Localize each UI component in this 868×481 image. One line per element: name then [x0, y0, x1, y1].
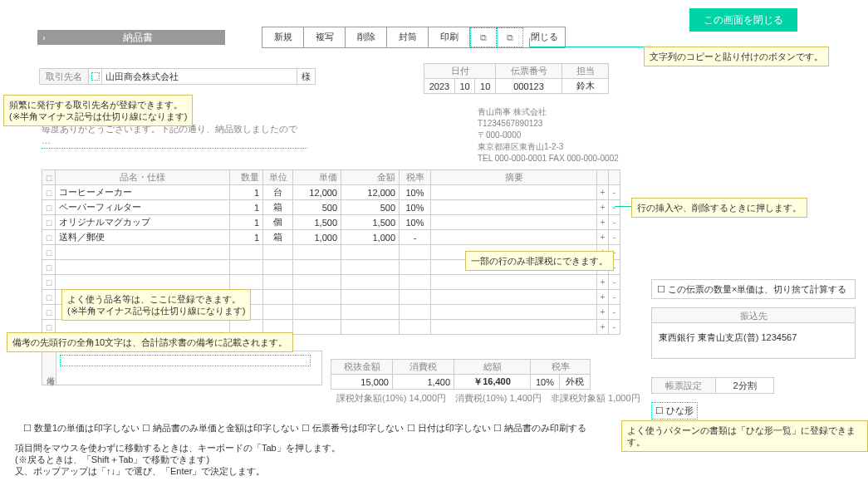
cell-amount[interactable]: [341, 245, 400, 260]
cell-summary[interactable]: [431, 290, 597, 305]
cell-qty[interactable]: 1: [230, 215, 263, 230]
row-insert-button[interactable]: +: [597, 320, 609, 335]
date-month[interactable]: 10: [454, 79, 475, 94]
cell-name[interactable]: [56, 260, 230, 275]
row-checkbox[interactable]: [42, 245, 56, 260]
cell-qty[interactable]: 1: [230, 185, 263, 200]
cell-summary[interactable]: [431, 320, 597, 335]
row-checkbox[interactable]: [42, 200, 56, 215]
transfer-value[interactable]: 東西銀行 東青山支店(普) 1234567: [652, 323, 855, 358]
row-checkbox[interactable]: [42, 185, 56, 200]
rounding-option[interactable]: ☐ この伝票の数量×単価は、切り捨て計算する: [651, 279, 856, 299]
cell-price[interactable]: 1,500: [293, 215, 341, 230]
row-delete-button[interactable]: -: [609, 230, 620, 245]
cell-unit[interactable]: 台: [263, 185, 293, 200]
cell-name[interactable]: ペーパーフィルター: [56, 200, 230, 215]
envelope-button[interactable]: 封筒: [387, 27, 429, 47]
template-checkbox[interactable]: ☐ ひな形: [651, 402, 698, 420]
remarks-input[interactable]: [56, 351, 322, 385]
close-screen-button[interactable]: この画面を閉じる: [689, 8, 797, 32]
opt-delivery-price[interactable]: ☐ 納品書のみ単価と金額は印字しない: [142, 423, 299, 433]
cell-price[interactable]: [293, 245, 341, 260]
cell-rate[interactable]: [400, 290, 431, 305]
print-button[interactable]: 印刷: [429, 27, 470, 47]
row-delete-button[interactable]: -: [609, 320, 620, 335]
row-insert-button[interactable]: +: [597, 275, 609, 290]
cell-summary[interactable]: [431, 305, 597, 320]
cell-amount[interactable]: 1,000: [341, 230, 400, 245]
partner-name-input[interactable]: 山田商会株式会社: [102, 68, 297, 85]
cell-price[interactable]: [293, 260, 341, 275]
cell-name[interactable]: [56, 275, 230, 290]
cell-unit[interactable]: 箱: [263, 200, 293, 215]
cell-unit[interactable]: 個: [263, 215, 293, 230]
cell-price[interactable]: [293, 290, 341, 305]
cell-name[interactable]: 送料／郵便: [56, 230, 230, 245]
cell-unit[interactable]: 箱: [263, 230, 293, 245]
row-delete-button[interactable]: -: [609, 185, 620, 200]
cell-qty[interactable]: 1: [230, 200, 263, 215]
cell-amount[interactable]: [341, 290, 400, 305]
cell-price[interactable]: [293, 305, 341, 320]
row-checkbox[interactable]: [42, 260, 56, 275]
cell-amount[interactable]: [341, 320, 400, 335]
cell-rate[interactable]: 10%: [400, 200, 431, 215]
row-delete-button[interactable]: -: [609, 215, 620, 230]
new-button[interactable]: 新規: [262, 27, 304, 47]
row-insert-button[interactable]: +: [597, 230, 609, 245]
row-checkbox[interactable]: [42, 230, 56, 245]
cell-qty[interactable]: [230, 275, 263, 290]
row-delete-button[interactable]: -: [609, 290, 620, 305]
cell-name[interactable]: [56, 245, 230, 260]
greeting-text[interactable]: 毎度ありがとうございます。下記の通り、納品致しましたので …: [42, 123, 307, 149]
cell-unit[interactable]: [263, 275, 293, 290]
opt-qty1[interactable]: ☐ 数量1の単価は印字しない: [23, 423, 140, 433]
cell-summary[interactable]: [431, 215, 597, 230]
row-insert-button[interactable]: +: [597, 290, 609, 305]
cell-rate[interactable]: -: [400, 230, 431, 245]
row-insert-button[interactable]: +: [597, 305, 609, 320]
opt-delivery-only[interactable]: ☐ 納品書のみ印刷する: [493, 423, 586, 433]
cell-unit[interactable]: [263, 290, 293, 305]
partner-register-checkbox[interactable]: [89, 68, 102, 85]
cell-price[interactable]: [293, 320, 341, 335]
cell-rate[interactable]: [400, 260, 431, 275]
opt-date[interactable]: ☐ 日付は印字しない: [407, 423, 491, 433]
copy-button[interactable]: 複写: [304, 27, 346, 47]
cell-price[interactable]: 1,000: [293, 230, 341, 245]
date-year[interactable]: 2023: [424, 79, 455, 94]
cell-amount[interactable]: 1,500: [341, 215, 400, 230]
cell-price[interactable]: 12,000: [293, 185, 341, 200]
slip-no-value[interactable]: 000123: [496, 79, 562, 94]
cell-rate[interactable]: [400, 305, 431, 320]
cell-summary[interactable]: [431, 275, 597, 290]
row-delete-button[interactable]: -: [609, 275, 620, 290]
cell-summary[interactable]: [431, 185, 597, 200]
cell-name[interactable]: コーヒーメーカー: [56, 185, 230, 200]
cell-rate[interactable]: [400, 245, 431, 260]
cell-rate[interactable]: 10%: [400, 215, 431, 230]
row-checkbox[interactable]: [42, 305, 56, 320]
cell-amount[interactable]: 12,000: [341, 185, 400, 200]
row-delete-button[interactable]: -: [609, 200, 620, 215]
cell-rate[interactable]: 10%: [400, 185, 431, 200]
row-insert-button[interactable]: +: [597, 200, 609, 215]
cell-amount[interactable]: 500: [341, 200, 400, 215]
row-delete-button[interactable]: -: [609, 305, 620, 320]
cell-price[interactable]: 500: [293, 200, 341, 215]
cell-unit[interactable]: [263, 260, 293, 275]
cell-amount[interactable]: [341, 275, 400, 290]
cell-amount[interactable]: [341, 305, 400, 320]
cell-rate[interactable]: [400, 275, 431, 290]
text-copy-icon[interactable]: ⧉: [470, 27, 497, 47]
cell-name[interactable]: オリジナルマグカップ: [56, 215, 230, 230]
cell-price[interactable]: [293, 275, 341, 290]
row-checkbox[interactable]: [42, 215, 56, 230]
date-day[interactable]: 10: [475, 79, 496, 94]
delete-button[interactable]: 削除: [346, 27, 387, 47]
row-insert-button[interactable]: +: [597, 185, 609, 200]
row-checkbox[interactable]: [42, 290, 56, 305]
opt-slipno[interactable]: ☐ 伝票番号は印字しない: [302, 423, 404, 433]
cell-summary[interactable]: [431, 230, 597, 245]
row-checkbox[interactable]: [42, 275, 56, 290]
